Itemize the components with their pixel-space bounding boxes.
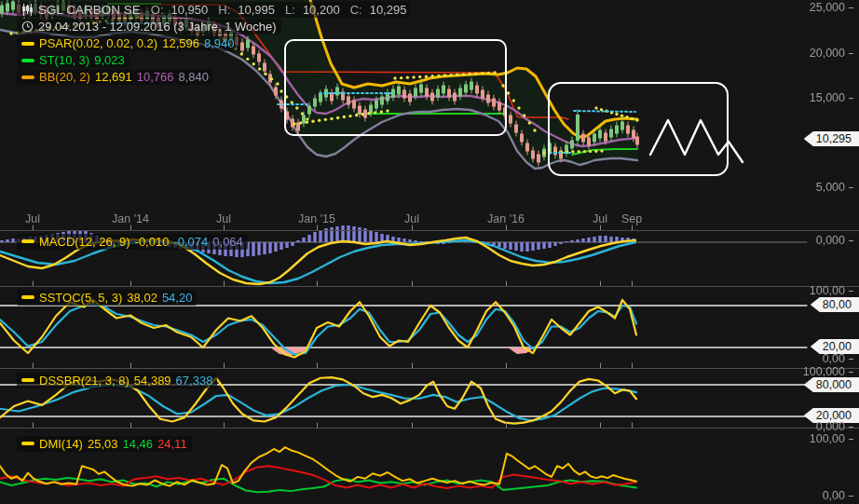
price-axis-label: 25,000 <box>810 1 853 14</box>
st-value-1: 9,023 <box>94 53 125 67</box>
legend-bb[interactable]: BB(20, 2) 12,691 10,766 8,840 <box>17 69 415 85</box>
date-range-row[interactable]: 29.04.2013 - 12.09.2016 (3 Jahre, 1 Woch… <box>17 19 415 34</box>
dssbr-dash-icon <box>21 378 34 382</box>
sstoc-label: SSTOC(5, 5, 3) <box>39 291 122 305</box>
symbol-title: SGL CARBON SE <box>38 3 141 17</box>
dssbr-legend[interactable]: DSSBR(21, 3, 8) 54,389 67,338 <box>17 373 221 388</box>
sstoc-value-1: 38,02 <box>127 291 157 305</box>
legend-st[interactable]: ST(10, 3) 9,023 <box>17 52 415 68</box>
panel-separator[interactable] <box>0 368 859 369</box>
clock-icon <box>21 20 34 33</box>
panel-separator[interactable] <box>0 230 859 231</box>
price-axis-label: 20,000 <box>810 47 853 60</box>
ohlc-low-label: L: <box>285 3 295 17</box>
candlestick-chart-icon <box>21 4 34 16</box>
dssbr-axis-hi: 100,000 <box>803 365 853 378</box>
date-range: 29.04.2013 - 12.09.2016 (3 Jahre, 1 Woch… <box>38 20 277 34</box>
ohlc-close-value: 10,295 <box>370 3 407 17</box>
time-label: Jan '15 <box>298 212 335 225</box>
st-dash-icon <box>21 59 34 62</box>
legend-psar[interactable]: PSAR(0.02, 0.02, 0.2) 12,596 8,940 <box>17 35 415 51</box>
dssbr-badge-80: 80,000 <box>804 377 859 392</box>
psar-value-1: 12,596 <box>162 36 199 50</box>
macd-zero-label: 0,000 <box>816 234 853 247</box>
dmi-value-3: 24,11 <box>157 437 187 451</box>
dmi-label: DMI(14) <box>39 437 83 451</box>
psar-dash-icon <box>21 42 34 46</box>
macd-value-2: -0,074 <box>173 235 208 249</box>
dmi-axis-hi: 100,00 <box>810 432 853 445</box>
sstoc-axis-hi: 100,00 <box>810 284 853 297</box>
macd-label: MACD(12, 26, 9) <box>39 235 130 249</box>
bb-value-2: 10,766 <box>137 70 174 84</box>
bb-dash-icon <box>21 75 34 79</box>
macd-legend[interactable]: MACD(12, 26, 9) -0,010 -0,074 0,064 <box>17 234 252 249</box>
dmi-value-2: 14,46 <box>123 437 154 451</box>
dmi-value-1: 25,03 <box>88 437 118 451</box>
time-label: Jan '16 <box>487 212 525 225</box>
dssbr-axis-lo: 0,000 <box>816 420 853 433</box>
ohlc-low-value: 10,200 <box>303 3 340 17</box>
price-axis-label: 15,000 <box>810 91 853 104</box>
sstoc-value-2: 54,20 <box>162 291 193 305</box>
annotation-rectangle-2[interactable] <box>548 82 729 176</box>
panel-separator[interactable] <box>0 428 859 429</box>
ohlc-high-label: H: <box>218 3 230 17</box>
ohlc-open-label: O: <box>151 3 164 17</box>
bb-value-3: 8,840 <box>178 70 209 84</box>
ohlc-high-value: 10,995 <box>238 3 275 17</box>
time-label: Jul <box>216 212 231 225</box>
main-legend: SGL CARBON SE O:10,950 H:10,995 L:10,200… <box>17 2 415 86</box>
sstoc-dash-icon <box>21 295 34 299</box>
macd-value-1: -0,010 <box>135 235 170 249</box>
st-label: ST(10, 3) <box>39 53 89 67</box>
ohlc-close-label: C: <box>350 3 362 17</box>
panel-separator[interactable] <box>0 286 859 287</box>
time-label: Jul <box>25 212 40 225</box>
time-label: Jan '14 <box>112 212 149 225</box>
sstoc-badge-80: 80,00 <box>811 297 859 312</box>
time-label: Sep <box>621 212 642 225</box>
time-label: Jul <box>404 212 419 225</box>
psar-value-2: 8,940 <box>204 36 235 50</box>
dssbr-value-2: 67,338 <box>176 374 213 388</box>
macd-dash-icon <box>21 239 34 243</box>
ohlc-open-value: 10,950 <box>171 3 209 17</box>
macd-value-3: 0,064 <box>212 235 243 249</box>
bb-value-1: 12,691 <box>95 70 132 84</box>
dssbr-value-1: 54,389 <box>134 374 171 388</box>
dmi-axis-lo: 0,00 <box>823 489 853 502</box>
psar-label: PSAR(0.02, 0.02, 0.2) <box>39 36 157 50</box>
sstoc-legend[interactable]: SSTOC(5, 5, 3) 38,02 54,20 <box>17 290 200 305</box>
dmi-legend[interactable]: DMI(14) 25,03 14,46 24,11 <box>17 436 196 451</box>
time-label: Jul <box>593 212 607 225</box>
price-axis-label: 5,000 <box>816 181 853 194</box>
symbol-row[interactable]: SGL CARBON SE O:10,950 H:10,995 L:10,200… <box>17 2 415 18</box>
last-price-badge: 10,295 <box>804 131 859 146</box>
dssbr-label: DSSBR(21, 3, 8) <box>39 374 130 388</box>
dmi-dash-icon <box>21 442 34 445</box>
chart-app: SGL CARBON SE O:10,950 H:10,995 L:10,200… <box>0 0 859 504</box>
sstoc-axis-lo: 0,00 <box>823 352 853 365</box>
bb-label: BB(20, 2) <box>39 70 90 84</box>
